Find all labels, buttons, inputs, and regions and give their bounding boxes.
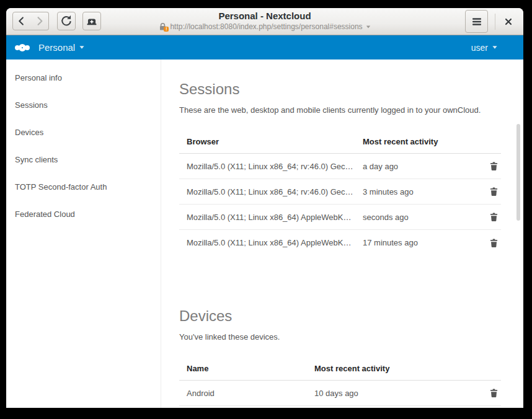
close-button[interactable] xyxy=(500,14,516,30)
url-bar[interactable]: ! http://localhost:8080/index.php/settin… xyxy=(159,22,370,31)
new-tab-icon xyxy=(83,12,100,30)
column-header-activity: Most recent activity xyxy=(314,364,479,373)
session-activity: 17 minutes ago xyxy=(363,238,479,247)
new-tab-button[interactable] xyxy=(82,12,101,30)
trash-icon xyxy=(489,161,499,171)
trash-icon xyxy=(489,388,499,398)
session-activity: seconds ago xyxy=(363,213,479,222)
delete-session-button[interactable] xyxy=(489,212,499,222)
session-row: Mozilla/5.0 (X11; Linux x86_64; rv:46.0)… xyxy=(179,154,501,179)
column-header-name: Name xyxy=(179,364,314,373)
devices-heading: Devices xyxy=(179,307,501,325)
devices-table-header: Name Most recent activity xyxy=(179,357,501,381)
insecure-lock-icon: ! xyxy=(159,22,167,31)
sidebar-item-sync-clients[interactable]: Sync clients xyxy=(6,146,161,173)
chevron-left-icon xyxy=(13,12,30,30)
menu-button[interactable] xyxy=(465,10,488,33)
sidebar-item-personal-info[interactable]: Personal info xyxy=(6,64,161,91)
titlebar-center: Personal - Nextcloud ! http://localhost:… xyxy=(118,11,412,33)
nextcloud-header: Personal user xyxy=(6,35,523,60)
sessions-heading: Sessions xyxy=(179,81,501,98)
session-browser: Mozilla/5.0 (X11; Linux x86_64; rv:46.0)… xyxy=(179,162,363,171)
session-browser: Mozilla/5.0 (X11; Linux x86_64) AppleWeb… xyxy=(179,213,363,222)
close-icon xyxy=(503,17,513,27)
forward-button[interactable] xyxy=(30,12,49,30)
device-activity: 10 days ago xyxy=(314,389,479,398)
session-browser: Mozilla/5.0 (X11; Linux x86_64) AppleWeb… xyxy=(179,238,363,247)
column-header-browser: Browser xyxy=(179,137,363,146)
session-activity: a day ago xyxy=(363,162,479,171)
trash-icon xyxy=(489,238,499,248)
app-menu-label: Personal xyxy=(38,42,75,53)
sessions-description: These are the web, desktop and mobile cl… xyxy=(179,105,501,115)
browser-titlebar: Personal - Nextcloud ! http://localhost:… xyxy=(6,8,523,35)
devices-description: You've linked these devices. xyxy=(179,332,501,342)
browser-window: Personal - Nextcloud ! http://localhost:… xyxy=(6,8,523,408)
refresh-icon xyxy=(58,12,75,30)
trash-icon xyxy=(489,187,499,196)
window-title: Personal - Nextcloud xyxy=(118,11,412,22)
back-button[interactable] xyxy=(12,12,31,30)
sidebar-item-sessions[interactable]: Sessions xyxy=(6,91,161,118)
session-activity: 3 minutes ago xyxy=(363,187,479,196)
sessions-table: Browser Most recent activity Mozilla/5.0… xyxy=(179,130,501,255)
nextcloud-logo[interactable] xyxy=(15,44,30,51)
sidebar-item-devices[interactable]: Devices xyxy=(6,118,161,146)
sidebar-item-totp[interactable]: TOTP Second-factor Auth xyxy=(6,173,161,200)
settings-sidebar: Personal info Sessions Devices Sync clie… xyxy=(6,60,161,408)
lock-warning-badge: ! xyxy=(164,27,169,32)
session-row: Mozilla/5.0 (X11; Linux x86_64; rv:46.0)… xyxy=(179,179,501,205)
settings-content: Personal info Sessions Devices Sync clie… xyxy=(6,60,523,408)
session-row: Mozilla/5.0 (X11; Linux x86_64) AppleWeb… xyxy=(179,205,501,230)
hamburger-icon xyxy=(472,17,482,26)
delete-session-button[interactable] xyxy=(489,187,499,196)
session-row: Mozilla/5.0 (X11; Linux x86_64) AppleWeb… xyxy=(179,230,501,255)
device-name: Android xyxy=(179,389,314,398)
devices-table: Name Most recent activity Android 10 day… xyxy=(179,357,501,406)
scrollbar-thumb[interactable] xyxy=(516,124,520,221)
delete-device-button[interactable] xyxy=(489,388,499,398)
session-browser: Mozilla/5.0 (X11; Linux x86_64; rv:46.0)… xyxy=(179,187,363,196)
trash-icon xyxy=(489,212,499,222)
delete-session-button[interactable] xyxy=(489,161,499,171)
url-dropdown-caret-icon[interactable] xyxy=(366,25,370,28)
refresh-button[interactable] xyxy=(57,12,76,30)
user-menu-caret-icon xyxy=(492,46,497,49)
device-row: Android 10 days ago xyxy=(179,381,501,406)
user-menu[interactable]: user xyxy=(471,43,497,53)
app-menu-personal[interactable]: Personal xyxy=(38,42,84,53)
titlebar-separator xyxy=(495,14,495,30)
delete-session-button[interactable] xyxy=(489,238,499,248)
sessions-table-header: Browser Most recent activity xyxy=(179,130,501,154)
chevron-right-icon xyxy=(30,12,48,30)
column-header-activity: Most recent activity xyxy=(363,137,479,146)
user-menu-label: user xyxy=(471,43,488,53)
logo-ring-center xyxy=(19,44,26,51)
settings-main: Sessions These are the web, desktop and … xyxy=(161,60,523,408)
url-text: http://localhost:8080/index.php/settings… xyxy=(170,22,362,31)
sidebar-item-federated-cloud[interactable]: Federated Cloud xyxy=(6,200,161,227)
app-menu-caret-icon xyxy=(80,46,84,49)
